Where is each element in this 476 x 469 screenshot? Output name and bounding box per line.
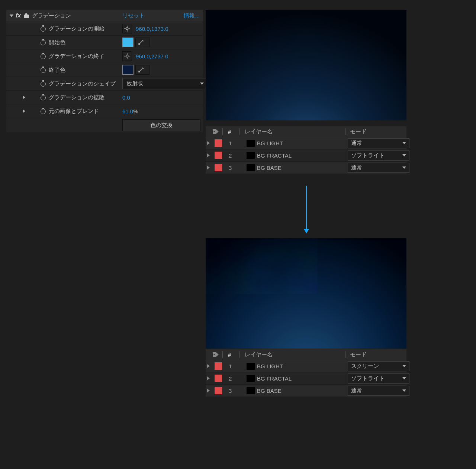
layer-table-header: # レイヤー名 モード xyxy=(206,126,406,137)
expand-arrow-icon[interactable] xyxy=(207,376,210,380)
col-mode[interactable]: モード xyxy=(350,351,367,358)
layer-label-color[interactable] xyxy=(215,152,222,159)
prop-blend: 元の画像とブレンド 61.0% xyxy=(6,104,203,118)
ramp-shape-select[interactable]: 放射状 xyxy=(122,78,208,89)
expand-arrow-icon[interactable] xyxy=(207,141,210,145)
layer-table-after: # レイヤー名 モード 1BG LIGHTスクリーン2BG FRACTALソフト… xyxy=(206,349,406,397)
layer-table-header: # レイヤー名 モード xyxy=(206,349,406,360)
blend-mode-value: スクリーン xyxy=(351,363,379,370)
layer-index: 1 xyxy=(229,363,232,369)
svg-rect-13 xyxy=(206,238,317,294)
layer-name[interactable]: BG BASE xyxy=(257,388,282,394)
ramp-end-x[interactable]: 960.0 xyxy=(136,53,150,59)
layer-row[interactable]: 3BG BASE通常 xyxy=(206,161,406,174)
layer-index: 2 xyxy=(229,152,232,159)
start-color-swatch[interactable] xyxy=(122,38,134,47)
prop-ramp-shape: グラデーションのシェイプ 放射状 xyxy=(6,77,203,90)
preview-gradient xyxy=(206,10,406,120)
chevron-down-icon xyxy=(402,365,406,367)
col-hash[interactable]: # xyxy=(228,352,231,358)
blend-value[interactable]: 61.0 xyxy=(122,108,133,114)
layer-label-color[interactable] xyxy=(215,362,222,370)
svg-rect-11 xyxy=(139,71,140,72)
layer-name[interactable]: BG LIGHT xyxy=(257,140,283,146)
stopwatch-icon[interactable] xyxy=(40,108,46,114)
collapse-arrow-icon[interactable] xyxy=(10,14,13,17)
expand-arrow-icon[interactable] xyxy=(23,109,25,113)
blend-mode-select[interactable]: ソフトライト xyxy=(348,373,409,384)
expand-arrow-icon[interactable] xyxy=(207,153,210,157)
blend-mode-select[interactable]: 通常 xyxy=(348,386,409,396)
layer-thumbnail xyxy=(247,387,255,394)
preset-icon[interactable] xyxy=(23,13,30,19)
layer-thumbnail xyxy=(247,152,255,159)
expand-arrow-icon[interactable] xyxy=(207,364,210,368)
layer-row[interactable]: 2BG FRACTALソフトライト xyxy=(206,149,406,161)
about-link[interactable]: 情報... xyxy=(184,12,200,19)
layer-index: 1 xyxy=(229,140,232,146)
layer-table-before: # レイヤー名 モード 1BG LIGHT通常2BG FRACTALソフトライト… xyxy=(206,126,406,174)
layer-thumbnail xyxy=(247,164,255,171)
col-hash[interactable]: # xyxy=(228,129,231,135)
eyedropper-button[interactable] xyxy=(135,65,149,75)
stopwatch-icon[interactable] xyxy=(40,25,46,32)
prop-label: 開始色 xyxy=(49,39,65,46)
stopwatch-icon[interactable] xyxy=(40,53,46,59)
prop-start-color: 開始色 xyxy=(6,35,203,49)
expand-arrow-icon[interactable] xyxy=(207,389,210,392)
stopwatch-icon[interactable] xyxy=(40,94,46,101)
svg-rect-5 xyxy=(139,43,140,45)
svg-point-6 xyxy=(126,55,128,57)
blend-mode-value: 通常 xyxy=(351,140,362,147)
expand-arrow-icon[interactable] xyxy=(207,166,210,169)
stopwatch-icon[interactable] xyxy=(40,80,46,87)
expand-arrow-icon[interactable] xyxy=(23,96,25,99)
layer-name[interactable]: BG LIGHT xyxy=(257,363,283,369)
blend-mode-value: ソフトライト xyxy=(351,152,385,159)
layer-name[interactable]: BG FRACTAL xyxy=(257,375,292,382)
label-tag-icon[interactable] xyxy=(212,352,219,357)
stopwatch-icon[interactable] xyxy=(40,67,46,73)
blend-mode-select[interactable]: 通常 xyxy=(348,138,409,148)
prop-label: グラデーションのシェイプ xyxy=(49,80,116,87)
col-layer-name[interactable]: レイヤー名 xyxy=(245,128,273,135)
reset-link[interactable]: リセット xyxy=(122,12,145,19)
composition-preview-after xyxy=(206,238,406,349)
scatter-value[interactable]: 0.0 xyxy=(122,94,130,101)
ramp-end-y[interactable]: 2737.0 xyxy=(151,53,168,59)
fx-badge-icon[interactable]: fx xyxy=(16,12,21,19)
ramp-start-y[interactable]: 1373.0 xyxy=(151,26,168,32)
blend-mode-value: 通常 xyxy=(351,387,362,394)
point-picker-button[interactable] xyxy=(122,51,132,61)
layer-label-color[interactable] xyxy=(215,375,222,382)
swap-colors-button[interactable]: 色の交換 xyxy=(122,119,200,131)
layer-row[interactable]: 1BG LIGHT通常 xyxy=(206,137,406,149)
ramp-start-x[interactable]: 960.0 xyxy=(136,26,150,32)
layer-row[interactable]: 2BG FRACTALソフトライト xyxy=(206,372,406,384)
label-tag-icon[interactable] xyxy=(212,129,219,134)
prop-label: グラデーションの拡散 xyxy=(49,94,104,101)
prop-swap-colors-row: 色の交換 xyxy=(6,118,203,132)
layer-label-color[interactable] xyxy=(215,164,222,171)
point-picker-button[interactable] xyxy=(122,24,132,33)
layer-label-color[interactable] xyxy=(215,387,222,394)
composition-preview-before xyxy=(206,10,406,120)
blend-mode-select[interactable]: スクリーン xyxy=(348,361,409,371)
stopwatch-icon[interactable] xyxy=(40,39,46,46)
blend-mode-select[interactable]: 通常 xyxy=(348,163,409,173)
layer-label-color[interactable] xyxy=(215,139,222,147)
blend-mode-value: ソフトライト xyxy=(351,375,385,382)
col-layer-name[interactable]: レイヤー名 xyxy=(245,351,273,358)
layer-thumbnail xyxy=(247,375,255,382)
prop-label: 元の画像とブレンド xyxy=(49,108,99,115)
layer-name[interactable]: BG BASE xyxy=(257,165,282,171)
end-color-swatch[interactable] xyxy=(122,65,134,75)
arrow-down-icon xyxy=(306,186,307,230)
svg-point-12 xyxy=(213,131,215,132)
layer-row[interactable]: 1BG LIGHTスクリーン xyxy=(206,360,406,372)
eyedropper-button[interactable] xyxy=(135,38,149,47)
blend-mode-select[interactable]: ソフトライト xyxy=(348,151,409,161)
col-mode[interactable]: モード xyxy=(350,128,367,135)
layer-name[interactable]: BG FRACTAL xyxy=(257,152,292,159)
layer-row[interactable]: 3BG BASE通常 xyxy=(206,384,406,397)
